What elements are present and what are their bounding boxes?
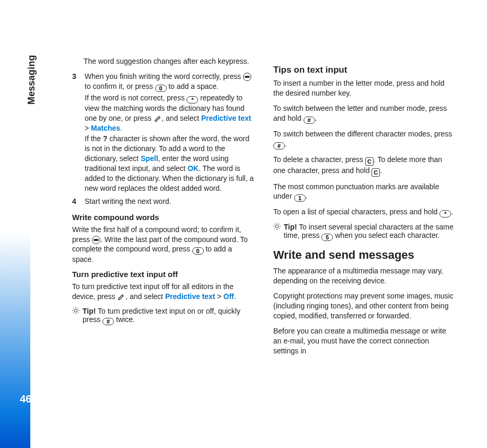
- ws-p2: Copyright protections may prevent some i…: [273, 291, 456, 321]
- tips-p1: To insert a number in the letter mode, p…: [273, 78, 456, 98]
- svg-line-7: [73, 313, 74, 314]
- step-4-body: Start writing the next word.: [85, 197, 254, 208]
- heading-tips: Tips on text input: [273, 65, 456, 75]
- spell-link[interactable]: Spell: [141, 154, 158, 163]
- predictive-text-link[interactable]: Predictive text: [201, 114, 251, 122]
- clear-key-icon: C: [372, 168, 380, 177]
- content: The word suggestion changes after each k…: [48, 0, 487, 448]
- step-4-text: Start writing the next word.: [85, 197, 254, 206]
- clear-key-icon: C: [365, 157, 374, 166]
- off-link[interactable]: Off: [224, 292, 234, 301]
- star-key-icon: *: [439, 210, 451, 217]
- question-mark: ?: [103, 134, 108, 143]
- hash-key-icon: #: [102, 318, 114, 325]
- svg-line-15: [279, 228, 280, 229]
- tip-label: Tip!: [284, 223, 297, 231]
- tip-label: Tip!: [83, 307, 96, 315]
- svg-line-16: [274, 228, 275, 229]
- matches-link[interactable]: Matches: [91, 124, 120, 132]
- predictive-text-link[interactable]: Predictive text: [165, 292, 215, 301]
- tip-icon: [273, 223, 281, 230]
- step-number: 3: [72, 72, 79, 194]
- step-4: 4 Start writing the next word.: [72, 197, 254, 208]
- pencil-key-icon: [154, 114, 162, 122]
- tips-p4: To delete a character, press C. To delet…: [273, 155, 456, 177]
- zero-key-icon: 0: [155, 85, 167, 92]
- tip-2: Tip! To insert several special character…: [273, 223, 456, 241]
- tips-p2: To switch between the letter and number …: [273, 104, 456, 124]
- step-3c: If the ? character is shown after the wo…: [85, 134, 254, 193]
- svg-line-8: [78, 308, 79, 309]
- svg-line-17: [279, 224, 280, 225]
- hash-key-icon: #: [304, 117, 315, 124]
- tips-p6: To open a list of special characters, pr…: [273, 207, 456, 217]
- step-number: 4: [72, 197, 79, 208]
- tips-p5: The most common punctuation marks are av…: [273, 182, 456, 202]
- svg-line-14: [274, 224, 275, 225]
- page-number: 46: [20, 393, 31, 405]
- heading-write-send: Write and send messages: [273, 248, 456, 262]
- tip-2-body: Tip! To insert several special character…: [284, 223, 456, 241]
- sidebar: Messaging 46: [0, 0, 48, 448]
- intro-text: The word suggestion changes after each k…: [72, 56, 254, 66]
- hash-key-icon: #: [273, 142, 285, 150]
- one-key-icon: 1: [294, 194, 306, 202]
- compound-paragraph: Write the first half of a compound word;…: [72, 225, 254, 265]
- svg-line-5: [73, 308, 74, 309]
- tip-1-body: Tip! To turn predictive text input on or…: [83, 307, 254, 325]
- step-list: 3 When you finish writing the word corre…: [72, 72, 254, 208]
- ws-p1: The appearance of a multimedia message m…: [273, 266, 456, 286]
- step-3b: If the word is not correct, press * repe…: [85, 93, 254, 133]
- heading-compound-words: Write compound words: [72, 213, 254, 222]
- pencil-key-icon: [117, 292, 125, 301]
- page: Messaging 46 The word suggestion changes…: [0, 0, 487, 448]
- zero-key-icon: 0: [192, 247, 204, 255]
- nav-key-icon: [92, 236, 100, 244]
- svg-point-9: [275, 225, 279, 228]
- section-label: Messaging: [26, 55, 37, 105]
- star-key-icon: *: [187, 96, 198, 104]
- five-key-icon: 5: [321, 234, 333, 241]
- nav-key-icon: [243, 73, 251, 81]
- ok-link[interactable]: OK: [188, 164, 199, 173]
- turnoff-paragraph: To turn predictive text input off for al…: [72, 282, 254, 302]
- step-3a: When you finish writing the word correct…: [85, 72, 254, 92]
- heading-turn-off: Turn predictive text input off: [72, 270, 254, 279]
- tip-icon: [72, 307, 79, 314]
- tips-p3: To switch between the different characte…: [273, 129, 456, 150]
- svg-point-0: [74, 309, 77, 312]
- ws-p3: Before you can create a multimedia messa…: [273, 326, 456, 356]
- tip-1: Tip! To turn predictive text input on or…: [72, 307, 254, 325]
- column-right: Tips on text input To insert a number in…: [273, 56, 456, 448]
- column-left: The word suggestion changes after each k…: [72, 56, 254, 448]
- svg-line-6: [78, 313, 79, 314]
- step-3: 3 When you finish writing the word corre…: [72, 72, 254, 194]
- step-3-body: When you finish writing the word correct…: [85, 72, 254, 194]
